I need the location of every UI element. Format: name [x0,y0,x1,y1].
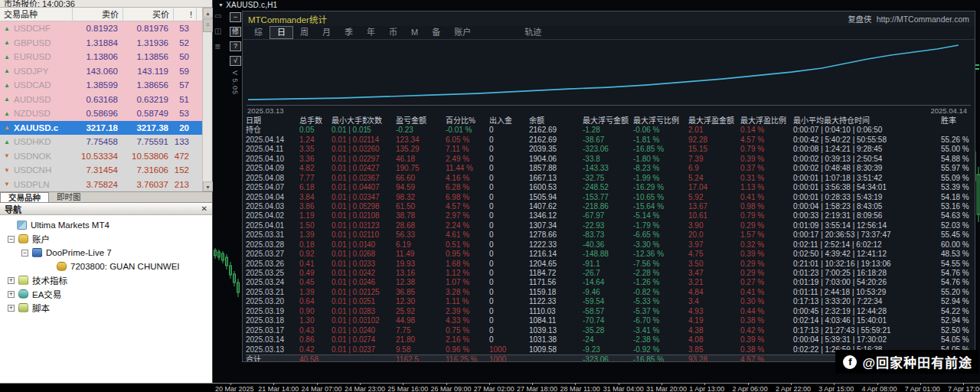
market-watch-row[interactable]: USDHKD 7.75458 7.75591 133 [0,135,202,149]
stats-cell: 2.39 % [446,307,489,316]
navigator-item[interactable]: EA交易 [3,287,212,301]
market-watch-row[interactable]: AUDUSD 0.63168 0.63219 51 [0,93,202,107]
market-watch-row[interactable]: USDCNH 7.31454 7.31606 152 [0,163,202,178]
market-watch-row[interactable]: GBPUSD 1.31884 1.31936 52 [0,36,202,51]
market-watch-row[interactable]: USDNOK 10.53334 10.53806 472 [0,149,202,164]
menu-item[interactable]: 年 [360,27,382,38]
market-watch-scrollbar[interactable]: ▲ ≡ ▼ [202,8,212,191]
col-ask[interactable]: 买价 [123,8,174,21]
stats-cell: 93.28 [688,355,740,361]
col-symbol[interactable]: 交易品种 [0,8,73,21]
scroll-up-icon[interactable]: ▲ [203,8,213,18]
stats-cell: 55.20 % [941,288,975,297]
market-watch-row[interactable]: USDPLN 3.75824 3.76037 213 [0,178,202,192]
scroll-down-icon[interactable]: ▼ [203,181,213,191]
col-bid[interactable]: 卖价 [73,8,123,21]
stats-cell: 2025.03.20 [246,297,299,306]
tree-expander-icon[interactable] [8,305,15,312]
stats-cell: 0 [489,335,529,345]
ask-price: 10.53806 [123,152,174,161]
col-spread[interactable]: ! [174,8,197,21]
minimize-button[interactable]: − [230,12,241,22]
navigator-item[interactable]: 技术指标 [3,273,212,287]
stats-cell: 7.39 [688,155,740,164]
menu-item[interactable]: 备 [425,27,447,38]
spread-value: 213 [174,180,194,189]
chart-start-date: 2025.03.13 [247,106,284,116]
stats-cell: 0 [489,202,529,211]
market-watch-row[interactable]: USDCAD 1.38599 1.38656 57 [0,78,202,93]
help-button[interactable]: ? [230,41,241,51]
tab-tick-chart[interactable]: 即时图 [49,192,89,202]
stats-cell: 0.31 % [740,174,793,183]
stats-column-header: 百分比% [446,116,489,126]
stats-cell: 0.41 % [740,288,793,297]
stats-row: 2025.03.190.900.01 | 0.028325.922.39 %01… [246,307,975,316]
menu-item[interactable]: 周 [293,27,315,38]
stats-cell: 0 [489,316,529,325]
stats-cell: 52.94 % [941,297,975,306]
close-icon[interactable]: ✕ [201,204,207,213]
tab-symbols[interactable]: 交易品种 [0,192,49,202]
menu-item[interactable]: 日 [270,26,293,39]
menu-item[interactable]: 轨迹 [518,27,548,38]
tree-expander-icon[interactable] [8,291,15,298]
chart-area: ▼XAUUSD.c,H1 ▭◫≣ − [214,0,980,383]
tree-expander-icon[interactable] [8,236,15,243]
nav-item-icon [18,234,28,243]
stats-cell: -2.38 % [633,335,688,345]
stats-cell: 0:00:17 | 20:36:53 | 73:37:47 [793,230,941,240]
navigator-item[interactable]: 7203800: GUAN CHUNWEI [3,260,212,273]
menu-item[interactable]: 币 [382,27,404,38]
market-watch-row[interactable]: EURUSD 1.13806 1.13856 50 [0,50,202,64]
stats-cell: 51 [367,297,396,306]
symbol-cell: USDHKD [0,137,73,146]
stats-cell: -24 [583,335,633,345]
time-axis-label: 27 Mar 02:00 [474,385,514,392]
scroll-thumb[interactable]: ≡ [203,18,213,32]
edit-button[interactable]: 修 [230,27,241,37]
navigator-item[interactable]: 脚本 [3,301,212,315]
market-watch-row[interactable]: XAUUSD.c 3217.18 3217.38 20 [0,121,202,136]
navigator-item[interactable]: DooPrime-Live 7 [3,246,212,260]
stats-cell: 298 [367,202,396,211]
navigator-title: 导航 [5,203,21,215]
stats-cell: 0.01 | 0.02 [332,307,367,316]
chart-toolbar-icon[interactable]: ≣ [214,42,221,51]
stats-cell: 2025.04.07 [246,183,299,192]
stats-cell: 7.11 % [446,145,489,154]
stats-cell: 15.15 [688,145,740,154]
stats-cell: 0.01 | 0.02 [332,260,367,269]
stats-cell: 2025.04.01 [246,221,299,230]
stats-cell: 1.13 % [740,183,793,192]
chart-toolbar-icon[interactable]: ◫ [214,27,221,35]
stats-column-header: 日期 [246,116,299,126]
market-watch-row[interactable]: USDCHF 0.81923 0.81976 53 [0,21,202,36]
menu-item[interactable]: M [404,27,425,38]
chart-toolbar-icon[interactable]: ▭ [214,11,221,20]
navigator-item[interactable]: 账户 [3,232,212,246]
tree-expander-icon[interactable] [21,250,28,256]
market-watch-header: 交易品种 卖价 买价 ! [0,8,212,21]
stats-cell: 0:21:01 | 10:32:16 | 19:13:06 [793,260,941,269]
menu-item[interactable]: 账户 [447,27,478,38]
chart-symbol-label[interactable]: ▼XAUUSD.c,H1 [218,1,277,9]
symbol-label: XAUUSD.c [14,123,58,132]
menu-item[interactable]: 季 [338,27,360,38]
time-axis-label: 25 Mar 16:00 [387,385,428,392]
time-axis[interactable]: 20 Mar 202521 Mar 14:0024 Mar 07:0024 Ma… [0,383,980,392]
tree-expander-icon[interactable] [8,277,15,284]
stats-column-header: 最大浮亏金额 [583,116,633,126]
stats-cell: -26.7 [583,269,633,278]
menu-item[interactable]: 月 [315,27,338,38]
confirm-button[interactable]: √ [230,56,241,66]
stats-cell: 0 [489,155,529,164]
navigator-item[interactable]: Ultima Markets MT4 [3,218,212,232]
stats-cell: 38.78 [396,211,446,220]
brand-link[interactable]: 复盘侠http://MTCommander.com [848,13,969,24]
menu-item[interactable]: 综 [247,27,270,38]
stats-column-header: 余额 [529,116,583,126]
stats-cell: 4.08 [688,335,740,345]
market-watch-row[interactable]: USDJPY 143.060 143.119 59 [0,64,202,79]
market-watch-row[interactable]: NZDUSD 0.58696 0.58749 53 [0,106,202,121]
